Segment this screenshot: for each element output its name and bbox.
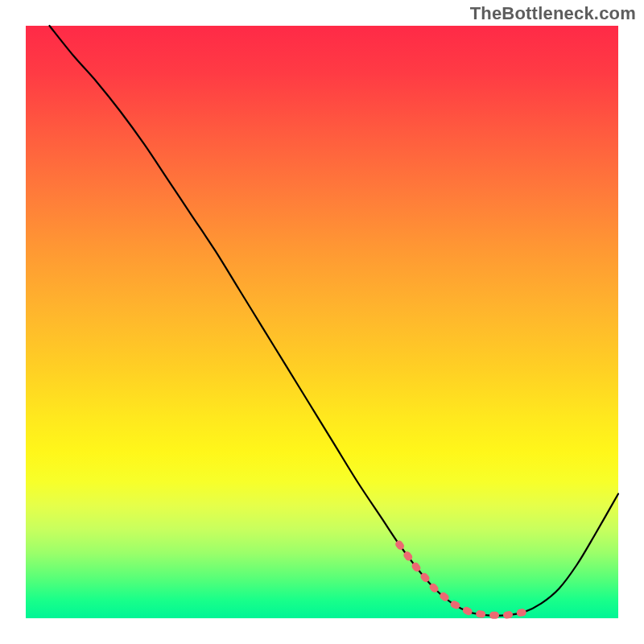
bottleneck-curve-path xyxy=(49,26,618,616)
curve-layer xyxy=(26,26,618,618)
bottleneck-chart: TheBottleneck.com xyxy=(0,0,644,644)
flat-zone-overlay xyxy=(399,544,524,615)
plot-area xyxy=(26,26,618,618)
attribution-label: TheBottleneck.com xyxy=(470,3,636,24)
